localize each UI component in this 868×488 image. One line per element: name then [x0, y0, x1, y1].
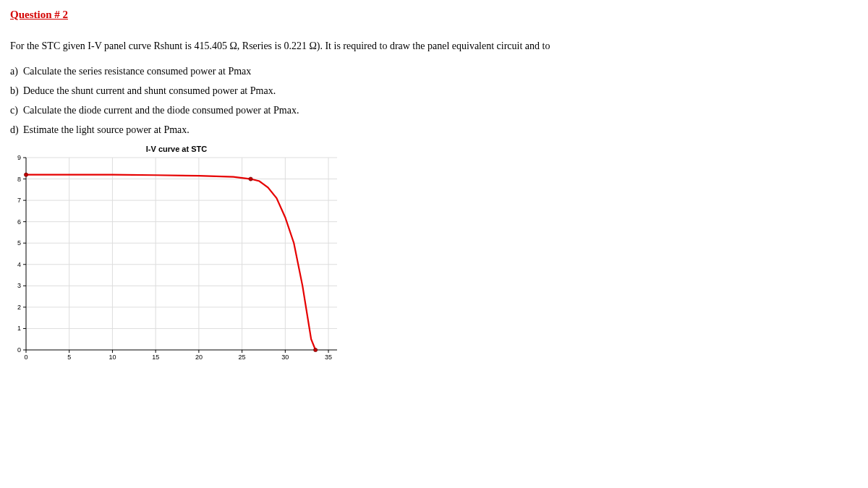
svg-text:35: 35: [325, 354, 332, 361]
svg-text:20: 20: [195, 354, 203, 361]
svg-text:1: 1: [17, 325, 21, 332]
svg-text:0: 0: [24, 354, 27, 361]
item-d: d)Estimate the light source power at Pma…: [10, 122, 858, 137]
svg-text:0: 0: [17, 346, 21, 354]
svg-text:25: 25: [239, 354, 246, 361]
svg-text:3: 3: [17, 282, 21, 289]
iv-chart: I-V curve at STC 05101520253035012345678…: [10, 145, 858, 364]
svg-text:10: 10: [109, 354, 116, 361]
svg-text:8: 8: [17, 176, 21, 183]
svg-text:2: 2: [17, 304, 21, 311]
item-b: b)Deduce the shunt current and shunt con…: [10, 83, 858, 98]
svg-text:15: 15: [152, 354, 159, 361]
item-a: a)Calculate the series resistance consum…: [10, 64, 858, 79]
svg-point-54: [24, 173, 27, 176]
svg-text:6: 6: [17, 218, 21, 226]
chart-title: I-V curve at STC: [17, 145, 336, 153]
svg-point-55: [249, 177, 252, 181]
svg-text:30: 30: [281, 354, 289, 361]
svg-text:5: 5: [67, 354, 71, 361]
item-b-text: Deduce the shunt current and shunt consu…: [23, 85, 276, 96]
question-items: a)Calculate the series resistance consum…: [10, 64, 858, 137]
item-d-text: Estimate the light source power at Pmax.: [23, 124, 190, 135]
item-c-text: Calculate the diode current and the diod…: [23, 105, 299, 116]
question-intro: For the STC given I-V panel curve Rshunt…: [10, 38, 574, 53]
svg-text:7: 7: [17, 197, 21, 204]
chart-svg: 051015202530350123456789: [10, 155, 343, 364]
item-c: c)Calculate the diode current and the di…: [10, 103, 858, 118]
question-title: Question # 2: [10, 9, 858, 21]
svg-point-56: [314, 348, 318, 351]
svg-text:4: 4: [17, 261, 21, 268]
svg-text:5: 5: [17, 239, 21, 247]
svg-text:9: 9: [17, 155, 21, 161]
item-a-text: Calculate the series resistance consumed…: [23, 66, 251, 77]
